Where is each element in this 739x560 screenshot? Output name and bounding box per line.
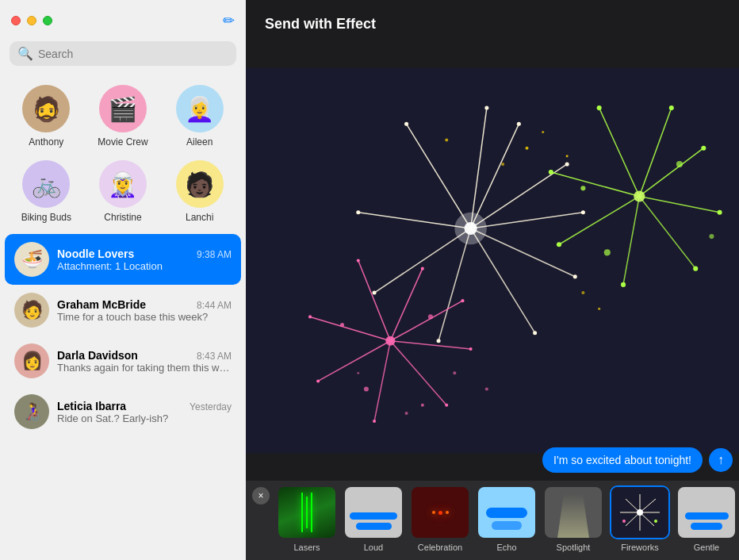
effect-item-fireworks[interactable]: Fireworks [607,485,672,552]
effect-item-lasers[interactable]: Lasers [274,485,339,552]
svg-point-43 [405,412,408,415]
svg-point-75 [357,372,359,374]
main-area: Send with Effect [246,0,739,560]
svg-point-63 [709,234,714,239]
msg-time: 8:44 AM [197,300,232,311]
titlebar: ✏ [0,0,246,41]
svg-point-70 [445,139,448,142]
effect-label-celebration: Celebration [418,543,462,552]
svg-point-22 [454,213,487,245]
message-item-graham-mcbride[interactable]: 🧑 Graham McBride 8:44 AM Time for a touc… [5,285,241,336]
svg-point-59 [597,105,602,110]
message-item-darla-davidson[interactable]: 👩 Darla Davidson 8:43 AM Thanks again fo… [5,336,241,386]
effects-strip: × Lasers Loud Celebration Echo Spotlight [246,481,739,560]
svg-point-42 [340,323,344,327]
avatar: 🧔 [22,85,70,132]
pinned-contact-anthony[interactable]: 🧔 Anthony [8,79,85,154]
effect-thumb-celebration [410,485,470,539]
message-item-noodle-lovers[interactable]: 🍜 Noodle Lovers 9:38 AM Attachment: 1 Lo… [5,234,241,285]
contact-name: Lanchi [186,212,213,223]
msg-avatar: 👩 [14,343,49,378]
effect-label-echo: Echo [496,543,516,552]
svg-point-20 [517,122,521,126]
svg-point-39 [428,314,433,319]
msg-content: Leticia Ibarra Yesterday Ride on Sat.? E… [57,400,232,424]
close-effects-button[interactable]: × [252,487,270,504]
contact-name: Aileen [186,136,213,148]
maximize-button[interactable] [43,16,52,25]
effect-item-loud[interactable]: Loud [341,485,406,552]
svg-point-17 [356,210,360,214]
svg-point-62 [604,249,611,255]
pinned-contact-movie-crew[interactable]: 🎬 Movie Crew [85,79,162,154]
svg-point-53 [701,146,706,151]
pinned-contact-biking-buds[interactable]: 🚲 Biking Buds [8,154,85,229]
msg-header: Darla Davidson 8:43 AM [57,349,232,362]
effect-thumb-lasers [277,485,337,539]
svg-point-86 [654,520,657,523]
avatar: 🎬 [99,85,147,132]
message-bubble: I'm so excited about tonight! [542,447,703,473]
svg-point-85 [622,520,626,523]
pinned-contact-aileen[interactable]: 👩‍🦳 Aileen [161,79,238,154]
effects-list: Lasers Loud Celebration Echo Spotlight F… [246,485,739,552]
message-list: 🍜 Noodle Lovers 9:38 AM Attachment: 1 Lo… [0,234,246,560]
msg-avatar: 👩‍🦽 [14,394,49,429]
msg-avatar: 🍜 [14,242,49,277]
msg-name: Darla Davidson [57,349,138,362]
avatar: 🚲 [22,160,70,208]
svg-point-15 [437,339,441,343]
svg-point-72 [598,308,600,310]
svg-point-33 [445,404,448,407]
effect-item-echo[interactable]: Echo [474,485,539,552]
effect-item-celebration[interactable]: Celebration [408,485,473,552]
svg-point-65 [634,190,645,201]
svg-point-57 [557,242,561,247]
msg-content: Darla Davidson 8:43 AM Thanks again for … [57,349,232,374]
svg-point-73 [485,388,488,391]
effect-label-lasers: Lasers [293,543,320,552]
svg-point-14 [533,331,537,335]
svg-point-64 [580,186,585,190]
svg-point-34 [373,420,376,423]
avatar: 🧑🏿 [176,160,224,208]
msg-header: Graham McBride 8:44 AM [57,298,232,311]
msg-content: Graham McBride 8:44 AM Time for a touch … [57,298,232,323]
svg-point-12 [581,210,585,214]
compose-button[interactable]: ✏ [223,12,235,29]
msg-preview: Time for a touch base this week? [57,311,232,323]
search-bar[interactable]: 🔍 [10,41,236,66]
message-item-leticia-ibarra[interactable]: 👩‍🦽 Leticia Ibarra Yesterday Ride on Sat… [5,386,241,437]
pinned-contacts: 🧔 Anthony 🎬 Movie Crew 👩‍🦳 Aileen 🚲 Biki… [0,74,246,234]
effect-thumb-spotlight [543,485,603,539]
sidebar: ✏ 🔍 🧔 Anthony 🎬 Movie Crew 👩‍🦳 Aileen 🚲 … [0,0,246,560]
svg-point-55 [693,267,698,271]
effect-item-spotlight[interactable]: Spotlight [541,485,606,552]
msg-content: Noodle Lovers 9:38 AM Attachment: 1 Loca… [57,247,232,272]
msg-header: Leticia Ibarra Yesterday [57,400,232,412]
effect-thumb-fireworks [610,485,670,539]
search-input[interactable] [38,48,228,60]
effect-label-gentle: Gentle [694,543,719,552]
pinned-contact-lanchi[interactable]: 🧑🏿 Lanchi [161,154,238,229]
svg-point-18 [404,122,408,126]
svg-point-71 [581,291,584,294]
fireworks-area [246,40,739,481]
msg-preview: Attachment: 1 Location [57,260,232,272]
msg-name: Noodle Lovers [57,247,134,260]
svg-point-68 [501,163,504,166]
svg-point-41 [453,371,456,374]
svg-point-13 [573,274,577,278]
minimize-button[interactable] [27,16,36,25]
contact-name: Anthony [29,136,63,148]
msg-time: 9:38 AM [197,249,232,260]
send-button[interactable]: ↑ [709,448,733,472]
msg-time: Yesterday [190,401,232,412]
svg-point-38 [421,267,424,270]
msg-time: 8:43 AM [197,351,232,362]
close-button[interactable] [11,16,21,25]
effect-item-gentle[interactable]: Gentle [674,485,739,552]
svg-point-44 [385,336,395,346]
pinned-contact-christine[interactable]: 🧝‍♀️ Christine [85,154,162,229]
main-header: Send with Effect [246,0,739,40]
